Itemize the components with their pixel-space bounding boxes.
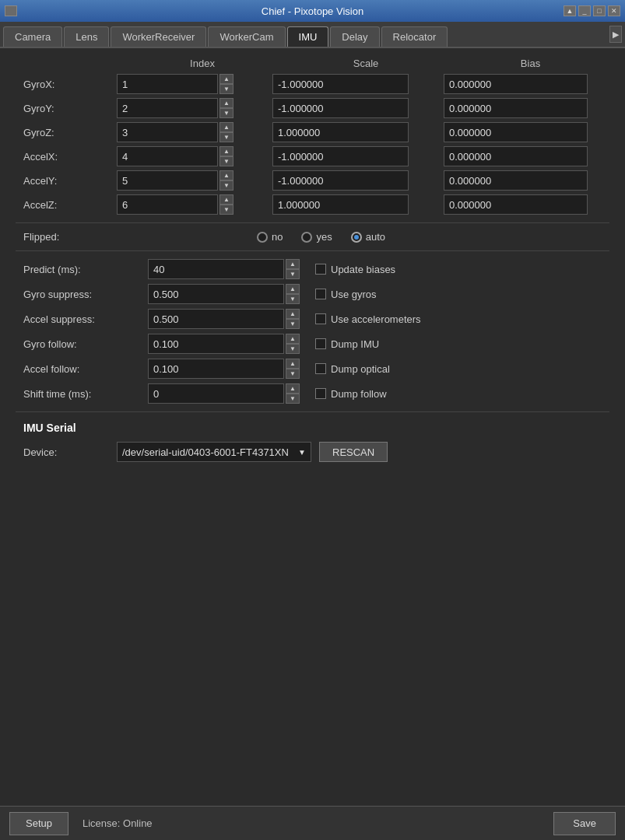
param-checkbox-4[interactable]: Dump optical [315, 363, 390, 375]
param-up-1[interactable]: ▲ [286, 284, 300, 294]
param-row-4: Accel follow: ▲ ▼ Dump optical [16, 359, 609, 379]
sensor-index-input-2[interactable] [117, 122, 218, 142]
sensor-index-input-4[interactable] [117, 170, 218, 191]
param-checkbox-box-4[interactable] [315, 363, 326, 374]
device-row: Device: /dev/serial-uid/0403-6001-FT4371… [16, 442, 609, 462]
sensor-index-down-1[interactable]: ▼ [219, 108, 233, 118]
param-up-3[interactable]: ▲ [286, 334, 300, 344]
param-checkbox-label-1: Use gyros [331, 289, 377, 300]
save-button[interactable]: Save [553, 812, 616, 835]
sensor-bias-input-0[interactable] [444, 74, 588, 94]
tab-delay[interactable]: Delay [330, 26, 379, 47]
param-input-1[interactable] [148, 284, 284, 304]
sensor-index-cell-3: ▲ ▼ [117, 146, 272, 166]
param-input-group-1: ▲ ▼ [148, 284, 300, 304]
sensor-scale-cell-5 [272, 194, 444, 215]
param-checkbox-box-2[interactable] [315, 313, 326, 324]
setup-button[interactable]: Setup [9, 812, 68, 835]
sensor-bias-input-4[interactable] [444, 170, 588, 191]
sensor-index-up-5[interactable]: ▲ [219, 194, 233, 205]
sensor-bias-input-5[interactable] [444, 194, 588, 215]
param-row-5: Shift time (ms): ▲ ▼ Dump follow [16, 383, 609, 404]
sensor-scale-input-1[interactable] [272, 98, 409, 118]
param-up-0[interactable]: ▲ [286, 259, 300, 269]
param-down-2[interactable]: ▼ [286, 319, 300, 329]
sensor-scale-input-4[interactable] [272, 170, 409, 191]
param-input-3[interactable] [148, 334, 284, 354]
param-down-3[interactable]: ▼ [286, 344, 300, 354]
param-up-2[interactable]: ▲ [286, 309, 300, 319]
param-spinner-5: ▲ ▼ [286, 383, 300, 404]
param-up-4[interactable]: ▲ [286, 359, 300, 369]
sensor-index-down-4[interactable]: ▼ [219, 180, 233, 191]
param-checkbox-box-3[interactable] [315, 338, 326, 349]
param-checkbox-box-5[interactable] [315, 388, 326, 399]
sensor-bias-input-2[interactable] [444, 122, 588, 142]
tab-lens[interactable]: Lens [64, 26, 109, 47]
sensor-scale-input-2[interactable] [272, 122, 409, 142]
param-checkbox-0[interactable]: Update biases [315, 264, 395, 275]
sensor-index-up-0[interactable]: ▲ [219, 74, 233, 84]
rescan-button[interactable]: RESCAN [319, 442, 388, 462]
sensor-scale-input-3[interactable] [272, 146, 409, 166]
window-arrow-up[interactable]: ▲ [564, 5, 576, 16]
flipped-radio-yes[interactable] [301, 232, 312, 243]
param-checkbox-1[interactable]: Use gyros [315, 289, 377, 300]
sensor-index-up-2[interactable]: ▲ [219, 122, 233, 132]
license-status: License: Online [83, 817, 153, 829]
sensor-index-up-4[interactable]: ▲ [219, 170, 233, 180]
param-up-5[interactable]: ▲ [286, 383, 300, 394]
tab-scroll-right[interactable]: ▶ [609, 26, 622, 43]
tab-workerreceiver[interactable]: WorkerReceiver [111, 26, 206, 47]
window-minimize[interactable]: _ [578, 5, 591, 16]
sensor-row: GyroY: ▲ ▼ [16, 98, 609, 118]
sensor-bias-input-1[interactable] [444, 98, 588, 118]
sensor-index-down-2[interactable]: ▼ [219, 132, 233, 142]
sensor-scale-input-0[interactable] [272, 74, 409, 94]
sensor-index-input-5[interactable] [117, 194, 218, 215]
tab-workercam[interactable]: WorkerCam [208, 26, 285, 47]
sensor-index-down-0[interactable]: ▼ [219, 84, 233, 94]
tab-imu[interactable]: IMU [287, 26, 329, 47]
param-checkbox-box-1[interactable] [315, 289, 326, 299]
sensor-scale-cell-3 [272, 146, 444, 166]
flipped-option-auto[interactable]: auto [351, 231, 385, 243]
sensor-index-cell-2: ▲ ▼ [117, 122, 272, 142]
param-checkbox-box-0[interactable] [315, 264, 326, 275]
param-down-4[interactable]: ▼ [286, 369, 300, 379]
param-input-5[interactable] [148, 383, 284, 404]
sensor-index-input-0[interactable] [117, 74, 218, 94]
window-maximize[interactable]: □ [593, 5, 606, 16]
flipped-radio-no[interactable] [257, 232, 268, 243]
flipped-option-yes[interactable]: yes [301, 231, 332, 243]
window-icon[interactable] [5, 5, 17, 16]
sensor-bias-input-3[interactable] [444, 146, 588, 166]
sensor-index-down-3[interactable]: ▼ [219, 156, 233, 166]
param-down-5[interactable]: ▼ [286, 394, 300, 404]
sensor-scale-input-5[interactable] [272, 194, 409, 215]
param-checkbox-3[interactable]: Dump IMU [315, 338, 379, 350]
param-checkbox-2[interactable]: Use accelerometers [315, 313, 421, 325]
param-down-1[interactable]: ▼ [286, 294, 300, 304]
sensor-index-up-1[interactable]: ▲ [219, 98, 233, 108]
tab-camera[interactable]: Camera [3, 26, 62, 47]
bottom-bar: Setup License: Online Save [0, 806, 625, 840]
param-input-2[interactable] [148, 309, 284, 329]
sensor-index-input-3[interactable] [117, 146, 218, 166]
flipped-radio-auto[interactable] [351, 232, 362, 243]
flipped-option-no[interactable]: no [257, 231, 283, 243]
param-down-0[interactable]: ▼ [286, 269, 300, 279]
imu-serial-title: IMU Serial [23, 422, 609, 434]
param-input-group-0: ▲ ▼ [148, 259, 300, 279]
sensor-index-up-3[interactable]: ▲ [219, 146, 233, 156]
param-input-4[interactable] [148, 359, 284, 379]
sensor-index-input-1[interactable] [117, 98, 218, 118]
param-row-0: Predict (ms): ▲ ▼ Update biases [16, 259, 609, 279]
window-close[interactable]: ✕ [608, 5, 620, 16]
flipped-radio-label-yes: yes [316, 231, 332, 243]
tab-relocator[interactable]: Relocator [381, 26, 448, 47]
param-input-0[interactable] [148, 259, 284, 279]
sensor-index-down-5[interactable]: ▼ [219, 205, 233, 215]
param-checkbox-5[interactable]: Dump follow [315, 388, 387, 400]
device-select[interactable]: /dev/serial-uid/0403-6001-FT4371XN ▼ [117, 442, 311, 462]
